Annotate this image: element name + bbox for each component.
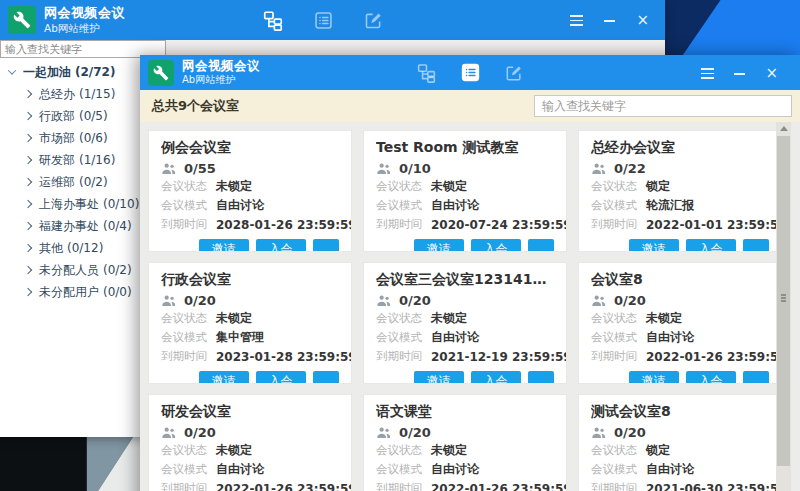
list-icon[interactable] [313,10,334,31]
close-button[interactable]: × [636,13,649,28]
mode-label: 会议模式 [161,198,216,213]
join-button[interactable]: 入会 [471,371,521,384]
invite-button[interactable]: 邀请 [629,239,679,252]
more-button[interactable]: ... [528,239,554,252]
join-button[interactable]: 入会 [256,371,306,384]
scrollbar-thumb[interactable] [777,136,790,466]
expire-label: 到期时间 [161,481,216,491]
tree-item-label: 研发部 [39,152,75,169]
rooms-search-input[interactable] [534,95,792,117]
chevron-right-icon [24,200,32,208]
invite-button[interactable]: 邀请 [629,371,679,384]
mode-label: 会议模式 [161,462,216,477]
app-subtitle: Ab网站维护 [44,22,125,35]
invite-button[interactable]: 邀请 [199,239,249,252]
meeting-room-card: 会议室8 0/20 会议状态 未锁定 会议模式 自由讨论 到期时间 [578,262,782,384]
people-icon [161,294,177,307]
room-occupancy: 0/10 [399,161,431,176]
vertical-scrollbar[interactable] [776,122,791,491]
tree-item-label: 未分配用户 [39,284,99,301]
status-value: 锁定 [646,442,670,459]
people-icon [161,162,177,175]
status-label: 会议状态 [161,179,216,194]
room-name: 测试会议室8 [591,402,769,420]
menu-button[interactable] [570,13,583,27]
menu-button[interactable] [701,66,714,80]
status-value: 未锁定 [216,310,252,327]
expire-value: 2028-01-26 23:59:59 [216,218,352,232]
minimize-button[interactable] [734,73,745,75]
expire-value: 2022-01-26 23:59:59 [646,350,782,364]
mode-label: 会议模式 [376,462,431,477]
room-name: 会议室三会议室123141324141三会议室… [376,270,554,288]
scroll-up-arrow-icon[interactable] [776,122,791,135]
room-occupancy: 0/55 [184,161,216,176]
tree-item-count: (0/2) [103,263,132,277]
more-button[interactable]: ... [743,239,769,252]
status-value: 未锁定 [431,310,467,327]
list-icon[interactable] [460,62,481,83]
mode-value: 自由讨论 [216,197,264,214]
room-occupancy: 0/20 [614,425,646,440]
more-button[interactable]: ... [313,239,339,252]
invite-button[interactable]: 邀请 [199,371,249,384]
org-chart-icon[interactable] [262,9,284,31]
mode-label: 会议模式 [376,198,431,213]
minimize-button[interactable] [604,20,615,22]
tree-item-count: (0/2) [79,175,108,189]
join-button[interactable]: 入会 [256,239,306,252]
meeting-room-card: 研发会议室 0/20 会议状态 未锁定 会议模式 自由讨论 到期时间 [148,394,352,491]
rooms-count-summary: 总共9个会议室 [152,97,239,115]
status-value: 未锁定 [216,178,252,195]
edit-icon[interactable] [504,63,524,83]
more-button[interactable]: ... [528,371,554,384]
expire-label: 到期时间 [591,349,646,364]
invite-button[interactable]: 邀请 [414,371,464,384]
join-button[interactable]: 入会 [686,371,736,384]
tree-item-label: 未分配人员 [39,262,99,279]
more-button[interactable]: ... [743,371,769,384]
expire-label: 到期时间 [376,481,431,491]
tree-item-label: 行政部 [39,108,75,125]
status-value: 未锁定 [431,178,467,195]
meeting-rooms-window: 网会视频会议 Ab网站维护 × 总共9个会议室 例会 [140,55,800,491]
meeting-room-card: Test Room 测试教室 0/10 会议状态 未锁定 会议模式 自由讨论 [363,130,567,252]
mode-value: 自由讨论 [216,461,264,478]
people-icon [376,294,392,307]
tree-item-label: 一起加油 [23,64,71,81]
tree-item-count: (0/4) [103,219,132,233]
mode-value: 自由讨论 [646,329,694,346]
more-button[interactable]: ... [313,371,339,384]
room-name: Test Room 测试教室 [376,138,554,156]
mode-label: 会议模式 [161,330,216,345]
org-chart-icon[interactable] [416,62,437,83]
edit-icon[interactable] [363,10,384,31]
tree-item-label: 总经办 [39,86,75,103]
close-button[interactable]: × [765,66,778,81]
expire-label: 到期时间 [161,349,216,364]
mode-label: 会议模式 [591,462,646,477]
status-label: 会议状态 [376,311,431,326]
expire-value: 2020-07-24 23:59:59 [431,218,567,232]
tree-item-label: 其他 [39,240,63,257]
mode-value: 自由讨论 [431,197,479,214]
room-occupancy: 0/20 [399,425,431,440]
mode-value: 集中管理 [216,329,264,346]
chevron-right-icon [24,112,32,120]
chevron-down-icon [8,66,16,74]
chevron-right-icon [24,156,32,164]
front-titlebar: 网会视频会议 Ab网站维护 × [140,55,800,90]
tree-item-label: 上海办事处 [39,196,99,213]
scrollbar-grip [781,294,786,296]
meeting-room-card: 会议室三会议室123141324141三会议室… 0/20 会议状态 未锁定 会… [363,262,567,384]
chevron-right-icon [24,288,32,296]
room-occupancy: 0/20 [399,293,431,308]
join-button[interactable]: 入会 [471,239,521,252]
status-value: 未锁定 [646,310,682,327]
invite-button[interactable]: 邀请 [414,239,464,252]
expire-value: 2023-01-28 23:59:59 [216,350,352,364]
join-button[interactable]: 入会 [686,239,736,252]
chevron-right-icon [24,90,32,98]
rooms-toolbar: 总共9个会议室 [140,90,800,122]
people-icon [376,162,392,175]
